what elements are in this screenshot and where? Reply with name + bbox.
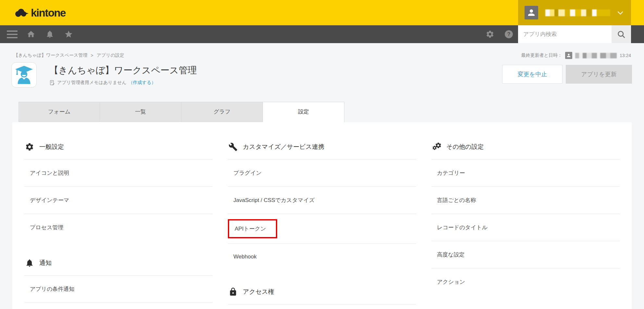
- tab-list[interactable]: 一覧: [100, 102, 181, 122]
- memo-icon: [49, 80, 55, 86]
- nav-left-icons: [3, 25, 78, 43]
- group-title: カスタマイズ／サービス連携: [243, 143, 324, 151]
- search-input[interactable]: [518, 25, 612, 43]
- settings-item[interactable]: デザインテーマ: [24, 186, 213, 214]
- settings-group: アクセス権アプリ: [228, 283, 416, 309]
- group-title: 一般設定: [39, 143, 64, 151]
- nav-right-area: ?: [480, 25, 644, 43]
- last-updated-label: 最終更新者と日時：: [521, 53, 562, 58]
- group-header: アクセス権: [228, 283, 416, 304]
- search-button[interactable]: [612, 25, 631, 43]
- graduation-person-icon: [14, 65, 34, 85]
- settings-group: 通知アプリの条件通知レコードの条件通知: [24, 255, 213, 309]
- tab-settings[interactable]: 設定: [263, 102, 344, 122]
- favorites-button[interactable]: [59, 25, 78, 43]
- settings-group: 一般設定アイコンと説明デザインテーマプロセス管理: [24, 138, 213, 241]
- settings-item[interactable]: APIトークン: [228, 214, 416, 244]
- menu-button[interactable]: [3, 25, 21, 43]
- help-button[interactable]: ?: [499, 25, 518, 43]
- breadcrumb-workspace-link[interactable]: 【きんちゃぼ】ワークスペース管理: [14, 53, 87, 58]
- group-title: 通知: [39, 259, 52, 267]
- home-button[interactable]: [21, 25, 40, 43]
- cancel-changes-button[interactable]: 変更を中止: [502, 65, 563, 84]
- group-header: カスタマイズ／サービス連携: [228, 138, 416, 159]
- group-title: アクセス権: [243, 288, 274, 296]
- last-updated-meta: 最終更新者と日時： 13:24: [521, 52, 631, 59]
- settings-item[interactable]: アプリ: [228, 304, 416, 309]
- settings-item[interactable]: アクション: [431, 268, 620, 295]
- tab-bar: フォーム一覧グラフ設定: [19, 102, 644, 122]
- settings-column-3: その他の設定カテゴリー言語ごとの名称レコードのタイトル高度な設定アクション運用管…: [431, 138, 620, 309]
- home-icon: [27, 30, 35, 39]
- breadcrumb-row: 【きんちゃぼ】ワークスペース管理 > アプリの設定 最終更新者と日時： 13:2…: [0, 43, 644, 59]
- kintone-logo-text: kintone: [31, 7, 66, 19]
- settings-item[interactable]: プラグイン: [228, 159, 416, 186]
- breadcrumb-separator: >: [91, 53, 93, 58]
- user-menu[interactable]: [518, 0, 631, 25]
- breadcrumb: 【きんちゃぼ】ワークスペース管理 > アプリの設定: [14, 53, 124, 58]
- gears-icon: [432, 142, 441, 151]
- group-header: その他の設定: [431, 138, 620, 159]
- settings-group: その他の設定カテゴリー言語ごとの名称レコードのタイトル高度な設定アクション: [431, 138, 620, 295]
- settings-item[interactable]: レコードのタイトル: [431, 214, 620, 241]
- kintone-bird-icon: [14, 8, 29, 18]
- kintone-app-settings-page: kintone: [0, 0, 644, 309]
- settings-item[interactable]: 言語ごとの名称: [431, 186, 620, 214]
- breadcrumb-current: アプリの設定: [96, 53, 124, 58]
- app-icon: [11, 62, 37, 88]
- group-header: 通知: [24, 255, 213, 275]
- last-updated-time: 13:24: [620, 53, 631, 58]
- header-actions: 変更を中止 アプリを更新: [502, 65, 632, 84]
- settings-panel: 一般設定アイコンと説明デザインテーマプロセス管理通知アプリの条件通知レコードの条…: [12, 122, 632, 309]
- settings-gear-button[interactable]: [480, 25, 499, 43]
- gear-icon: [486, 30, 494, 39]
- tab-form[interactable]: フォーム: [19, 102, 100, 122]
- settings-item[interactable]: アプリの条件通知: [24, 275, 213, 303]
- api-token-highlight-box: APIトークン: [228, 219, 277, 238]
- updater-name-redacted: [575, 53, 617, 58]
- help-icon: ?: [504, 30, 513, 39]
- search-icon: [617, 30, 626, 39]
- update-app-button[interactable]: アプリを更新: [566, 65, 632, 84]
- settings-item[interactable]: アイコンと説明: [24, 159, 213, 186]
- nav-spacer: [631, 25, 644, 43]
- settings-group: カスタマイズ／サービス連携プラグインJavaScript / CSSでカスタマイ…: [228, 138, 416, 270]
- settings-column-1: 一般設定アイコンと説明デザインテーマプロセス管理通知アプリの条件通知レコードの条…: [24, 138, 213, 309]
- lock-icon: [229, 287, 238, 296]
- gear-icon: [25, 142, 34, 151]
- user-avatar: [525, 6, 538, 19]
- svg-text:?: ?: [507, 31, 510, 37]
- settings-item[interactable]: プロセス管理: [24, 214, 213, 241]
- settings-column-2: カスタマイズ／サービス連携プラグインJavaScript / CSSでカスタマイ…: [228, 138, 416, 309]
- top-bar: kintone: [0, 0, 644, 25]
- app-title-block: 【きんちゃぼ】ワークスペース管理 アプリ管理者用メモはありません （作成する） …: [0, 62, 644, 92]
- tab-graph[interactable]: グラフ: [181, 102, 263, 122]
- settings-item[interactable]: カテゴリー: [431, 159, 620, 186]
- page-title: 【きんちゃぼ】ワークスペース管理: [49, 64, 197, 77]
- hamburger-icon: [7, 30, 18, 38]
- bell-icon: [45, 30, 54, 39]
- bell-icon: [25, 258, 34, 267]
- star-icon: [64, 30, 73, 39]
- settings-item[interactable]: 高度な設定: [431, 241, 620, 268]
- updater-avatar: [565, 52, 572, 59]
- wrench-icon: [229, 142, 238, 151]
- settings-item[interactable]: JavaScript / CSSでカスタマイズ: [228, 186, 416, 214]
- group-title: その他の設定: [446, 143, 484, 151]
- nav-bar: ?: [0, 25, 644, 43]
- notifications-button[interactable]: [40, 25, 59, 43]
- kintone-logo[interactable]: kintone: [14, 7, 66, 19]
- memo-create-link[interactable]: （作成する）: [129, 80, 156, 86]
- admin-memo-line: アプリ管理者用メモはありません （作成する）: [49, 80, 156, 86]
- settings-item[interactable]: Webhook: [228, 244, 416, 270]
- group-header: 一般設定: [24, 138, 213, 159]
- memo-text: アプリ管理者用メモはありません: [57, 80, 127, 86]
- settings-item[interactable]: レコードの条件通知: [24, 303, 213, 309]
- chevron-down-icon: [616, 8, 625, 17]
- user-name-redacted: [545, 9, 610, 16]
